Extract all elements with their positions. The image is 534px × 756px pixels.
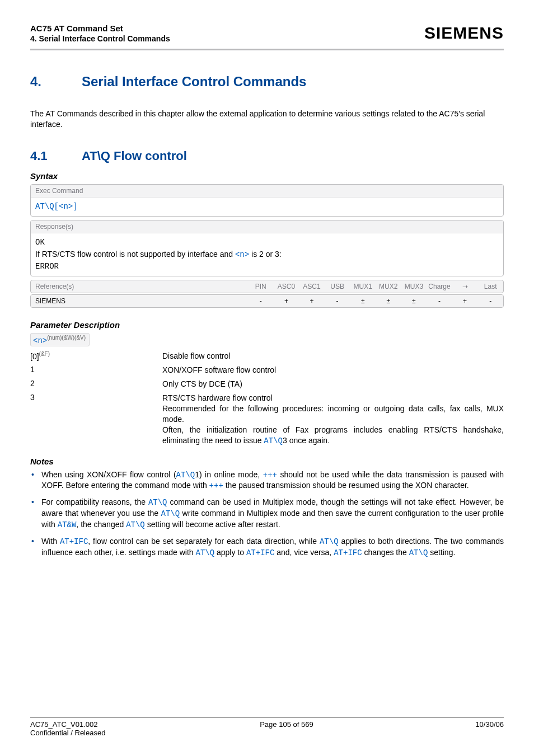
param-val-0: Disable flow control [162,351,504,361]
syntax-heading: Syntax [30,171,504,181]
val-last: - [477,295,503,307]
atifc-link[interactable]: AT+IFC [60,537,88,546]
footer-center: Page 105 of 569 [260,720,313,729]
val-asc1: + [299,295,325,307]
val-usb: - [325,295,350,307]
header-left: AC75 AT Command Set 4. Serial Interface … [30,24,170,43]
notes-list: When using XON/XOFF flow control (AT\Q1)… [30,469,504,558]
val-mux2: ± [376,295,401,307]
section-heading: 4.1AT\Q Flow control [30,149,504,163]
val-asc0: + [274,295,299,307]
doc-title: AC75 AT Command Set [30,24,170,33]
footer-left-2: Confidential / Released [30,729,504,737]
param-tag[interactable]: <n> [33,336,47,345]
exec-cmd-suffix: ] [73,202,77,211]
response-box: Response(s) OK If RTS/CTS flow control i… [30,220,504,276]
col-usb: USB [325,280,350,293]
param-key-2: 2 [30,379,162,388]
param-table: [0](&F) Disable flow control 1 XON/XOFF … [30,351,504,446]
response-body: OK If RTS/CTS flow control is not suppor… [31,233,503,276]
reference-body-row: SIEMENS - + + - ± ± ± - + - [30,294,504,308]
notes-heading: Notes [30,457,504,466]
param-val-3: RTS/CTS hardware flow control Recommende… [162,393,504,446]
atifc-link[interactable]: AT+IFC [334,548,362,557]
param-key-1: 1 [30,365,162,374]
chapter-title: Serial Interface Control Commands [82,74,306,89]
response-label: Response(s) [31,220,503,233]
atq-link[interactable]: AT\Q [148,498,167,507]
atq-link[interactable]: AT\Q [161,509,180,518]
val-mux3: ± [401,295,427,307]
atq-link[interactable]: AT\Q [176,471,195,480]
footer-left-1: AC75_ATC_V01.002 [30,720,97,729]
col-last: Last [477,280,503,293]
chapter-intro: The AT Commands described in this chapte… [30,109,504,130]
response-error: ERROR [35,261,499,273]
doc-subtitle: 4. Serial Interface Control Commands [30,34,170,43]
atq-link[interactable]: AT\Q [196,548,215,557]
col-mux2: MUX2 [376,280,401,293]
atq-link[interactable]: AT\Q [264,436,283,445]
response-cond-param[interactable]: <n> [235,250,249,259]
atifc-link[interactable]: AT+IFC [246,548,274,557]
atq-link[interactable]: AT\Q [320,537,339,546]
col-arrow-icon: ➝ [452,280,478,293]
response-condition: If RTS/CTS flow control is not supported… [35,248,499,261]
atq-link[interactable]: AT\Q [126,520,145,529]
col-asc1: ASC1 [299,280,325,293]
footer-right: 10/30/06 [475,720,504,729]
chapter-number: 4. [30,74,82,90]
section-title: AT\Q Flow control [82,149,187,163]
reference-row-label: SIEMENS [31,295,248,307]
page-footer: AC75_ATC_V01.002 Page 105 of 569 10/30/0… [30,717,504,737]
atq-link[interactable]: AT\Q [409,548,428,557]
chapter-heading: 4.Serial Interface Control Commands [30,74,504,90]
reference-body-cells: - + + - ± ± ± - + - [248,295,503,307]
reference-header-cells: PIN ASC0 ASC1 USB MUX1 MUX2 MUX3 Charge … [248,280,503,293]
note-3: With AT+IFC, flow control can be set sep… [30,536,504,558]
page-header: AC75 AT Command Set 4. Serial Interface … [30,24,504,43]
param-heading: Parameter Description [30,320,504,330]
exec-command-body: AT\Q[<n>] [31,198,503,216]
val-charge: - [427,295,452,307]
atw-link[interactable]: AT&W [58,520,77,529]
brand-logo: SIEMENS [424,24,504,43]
exec-command-box: Exec Command AT\Q[<n>] [30,184,504,217]
section-number: 4.1 [30,149,82,163]
escape-seq-link[interactable]: +++ [263,471,277,480]
col-charge: Charge [427,280,452,293]
col-mux3: MUX3 [401,280,427,293]
param-tag-box: <n>(num)(&W)(&V) [30,333,90,347]
response-ok: OK [35,237,499,248]
reference-header-row: Reference(s) PIN ASC0 ASC1 USB MUX1 MUX2… [30,280,504,293]
val-mux1: ± [350,295,376,307]
header-divider [30,49,504,50]
param-row-3: 3 RTS/CTS hardware flow control Recommen… [30,393,504,446]
col-mux1: MUX1 [350,280,376,293]
escape-seq-link[interactable]: +++ [209,481,223,490]
reference-table: Reference(s) PIN ASC0 ASC1 USB MUX1 MUX2… [30,280,504,308]
reference-label: Reference(s) [31,280,248,293]
param-row-0: [0](&F) Disable flow control [30,351,504,361]
param-key-3: 3 [30,393,162,402]
param-row-1: 1 XON/XOFF software flow control [30,365,504,375]
val-arrow: + [452,295,478,307]
exec-cmd-prefix: AT\Q[ [35,202,59,211]
param-val-1: XON/XOFF software flow control [162,365,504,375]
response-cond-b: is 2 or 3: [249,250,282,259]
exec-command-label: Exec Command [31,185,503,198]
param-val-2: Only CTS by DCE (TA) [162,379,504,389]
note-2: For compatibility reasons, the AT\Q comm… [30,497,504,530]
col-pin: PIN [248,280,274,293]
val-pin: - [248,295,274,307]
exec-cmd-param[interactable]: <n> [59,202,73,211]
response-cond-a: If RTS/CTS flow control is not supported… [35,250,235,259]
footer-divider [30,717,504,718]
param-row-2: 2 Only CTS by DCE (TA) [30,379,504,389]
param-tag-sup: (num)(&W)(&V) [47,335,86,341]
note-1: When using XON/XOFF flow control (AT\Q1)… [30,469,504,492]
param-key-0: [0](&F) [30,351,162,361]
col-asc0: ASC0 [274,280,299,293]
